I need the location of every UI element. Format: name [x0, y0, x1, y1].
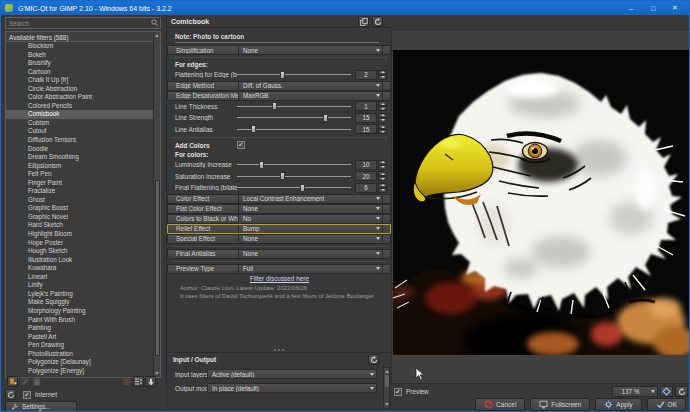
filter-list-item[interactable]: Colored Pencils [6, 102, 153, 111]
filter-list-item[interactable]: Highlight Bloom [6, 230, 153, 239]
discussion-link[interactable]: Filter discussed here [250, 275, 309, 282]
scrollbar-thumb[interactable] [155, 180, 160, 356]
scroll-up-icon[interactable] [385, 370, 389, 373]
param-dropdown[interactable]: Local Contrast Enhancement [238, 194, 383, 204]
scroll-to-filter-button[interactable] [145, 376, 156, 387]
filter-list-item[interactable]: Ellipsionism [6, 162, 153, 171]
internet-checkbox[interactable]: ✓ [23, 391, 31, 399]
param-slider[interactable] [237, 70, 351, 80]
param-checkbox[interactable]: ✓ [237, 141, 245, 149]
copy-parameters-button[interactable] [358, 16, 369, 27]
filter-list-item[interactable]: Lylejk's Painting [6, 290, 153, 299]
settings-button[interactable]: Settings... [5, 401, 77, 412]
update-filters-button[interactable] [5, 389, 16, 400]
filter-list-item[interactable]: Polygonize [Energy] [6, 367, 153, 376]
slider-thumb[interactable] [300, 184, 305, 192]
scroll-up-icon[interactable] [155, 34, 159, 37]
filter-list-item[interactable]: Bokeh [6, 51, 153, 60]
filter-list-item[interactable]: Polygonize [Delaunay] [6, 358, 153, 367]
param-dropdown[interactable]: No [238, 214, 383, 224]
param-slider[interactable] [237, 160, 351, 170]
rename-fave-button[interactable] [19, 376, 30, 387]
filter-list-item[interactable]: Illustration Look [6, 256, 153, 265]
zoom-level-dropdown[interactable]: 137 % [612, 386, 658, 397]
param-spinbox[interactable]: 20 [355, 171, 377, 181]
spin-down-icon[interactable] [378, 106, 387, 111]
filter-list-item[interactable]: Brushify [6, 59, 153, 68]
filter-list-item[interactable]: Cubism [6, 119, 153, 128]
slider-thumb[interactable] [251, 125, 256, 133]
filter-list-item[interactable]: Kuwahara [6, 264, 153, 273]
filter-list-item[interactable]: Pen Drawing [6, 341, 153, 350]
filter-list-item[interactable]: Graphic Novel [6, 213, 153, 222]
zoom-fit-button[interactable] [660, 386, 673, 397]
param-slider[interactable] [237, 183, 351, 193]
filter-list-item[interactable]: Hope Poster [6, 239, 153, 248]
slider-thumb[interactable] [259, 161, 264, 169]
param-dropdown[interactable]: Diff. of Gauss. [238, 81, 383, 91]
clear-button[interactable] [121, 376, 132, 387]
param-spinbox[interactable]: 6 [355, 183, 377, 193]
apply-button[interactable]: Apply [595, 398, 641, 411]
filter-list-item[interactable]: Pastell Art [6, 333, 153, 342]
spin-down-icon[interactable] [378, 165, 387, 170]
filter-list-item[interactable]: Dream Smoothing [6, 153, 153, 162]
ok-button[interactable]: OK [647, 398, 686, 411]
filter-list-scrollbar[interactable] [153, 32, 160, 377]
filter-list-item[interactable]: Cartoon [6, 68, 153, 77]
filter-list-item[interactable]: Lineart [6, 273, 153, 282]
param-dropdown[interactable]: Bump [238, 224, 383, 234]
filter-list-item[interactable]: Diffusion Tensors [6, 136, 153, 145]
slider-thumb[interactable] [280, 172, 285, 180]
filter-list-item[interactable]: Fractalize [6, 187, 153, 196]
preview-image[interactable] [393, 50, 690, 355]
io-reset-button[interactable] [368, 354, 379, 365]
param-dropdown[interactable]: None [238, 249, 383, 259]
param-slider[interactable] [237, 124, 351, 134]
spin-down-icon[interactable] [378, 188, 387, 193]
filter-list-item[interactable]: Painting [6, 324, 153, 333]
param-slider[interactable] [237, 113, 351, 123]
preview-checkbox[interactable]: ✓ [394, 388, 402, 396]
maximize-button[interactable]: □ [643, 2, 663, 14]
filter-list-item[interactable]: Hard Sketch [6, 221, 153, 230]
filter-list-item[interactable]: Linify [6, 281, 153, 290]
zoom-reset-button[interactable] [675, 386, 688, 397]
filter-list-item[interactable]: Cutout [6, 127, 153, 136]
filter-list-item[interactable]: Graphic Boost [6, 204, 153, 213]
scrollbar-thumb[interactable] [385, 375, 389, 387]
param-dropdown[interactable]: None [238, 45, 383, 55]
param-spinbox[interactable]: 10 [355, 160, 377, 170]
filter-list-item[interactable]: Color Abstraction Paint [6, 93, 153, 102]
filter-list-item[interactable]: Doodle [6, 145, 153, 154]
filter-list-item[interactable]: Photoillustration [6, 350, 153, 359]
param-spinbox[interactable]: 1 [355, 101, 377, 111]
filter-tree-header[interactable]: Available filters (588) [6, 32, 160, 42]
param-slider[interactable] [237, 171, 351, 181]
slider-thumb[interactable] [272, 102, 277, 110]
close-button[interactable]: ✕ [665, 2, 685, 14]
scroll-down-icon[interactable] [155, 372, 159, 375]
filter-list-item[interactable]: Circle Abstraction [6, 85, 153, 94]
cancel-button[interactable]: Cancel [475, 398, 525, 411]
slider-thumb[interactable] [323, 114, 328, 122]
filter-list-item[interactable]: Paint With Brush [6, 316, 153, 325]
filter-list-item[interactable]: Felt Pen [6, 170, 153, 179]
filter-list-item[interactable]: Hough Sketch [6, 247, 153, 256]
param-slider[interactable] [237, 101, 351, 111]
expand-collapse-button[interactable] [133, 376, 144, 387]
filter-list-item[interactable]: Make Squiggly [6, 298, 153, 307]
spin-down-icon[interactable] [378, 129, 387, 134]
param-spinbox[interactable]: 15 [355, 124, 377, 134]
spin-down-icon[interactable] [378, 118, 387, 123]
filter-list-item[interactable]: Ghost [6, 196, 153, 205]
filter-list-item[interactable]: Comicbook [6, 110, 153, 119]
slider-thumb[interactable] [280, 71, 285, 79]
search-input[interactable] [5, 17, 161, 29]
param-dropdown[interactable]: MaxRGB [238, 91, 383, 101]
io-scrollbar[interactable] [383, 367, 390, 409]
minimize-button[interactable]: – [621, 2, 641, 14]
reset-filter-button[interactable] [372, 16, 383, 27]
output-mode-dropdown[interactable]: In place (default) [207, 383, 377, 393]
fullscreen-button[interactable]: Fullscreen [530, 398, 590, 411]
